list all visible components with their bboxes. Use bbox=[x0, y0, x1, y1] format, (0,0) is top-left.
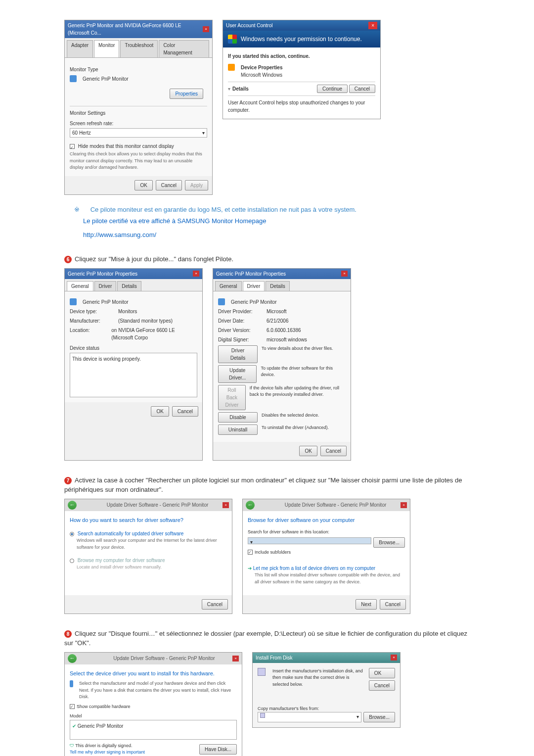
manuf-label: Manufacturer: bbox=[70, 317, 114, 325]
refresh-label: Screen refresh rate: bbox=[70, 120, 207, 127]
search-auto-title[interactable]: Search automatically for updated driver … bbox=[78, 531, 184, 536]
prov-value: Microsoft bbox=[267, 308, 287, 315]
loc-value: on NVIDIA GeForce 6600 LE (Microsoft Cor… bbox=[111, 327, 197, 341]
ok-button[interactable]: OK bbox=[134, 180, 152, 190]
cancel-button[interactable]: Cancel bbox=[320, 446, 347, 456]
back-icon[interactable]: ← bbox=[246, 501, 255, 510]
close-icon[interactable]: × bbox=[193, 271, 199, 277]
details-expander[interactable]: ▾ Details bbox=[228, 85, 249, 93]
tab-details[interactable]: Details bbox=[266, 281, 290, 291]
close-icon[interactable]: × bbox=[232, 656, 239, 662]
close-icon[interactable]: × bbox=[341, 271, 348, 277]
devtype-value: Monitors bbox=[118, 308, 137, 315]
browse-button[interactable]: Browse... bbox=[363, 712, 395, 722]
sign-value: microsoft windows bbox=[267, 336, 307, 343]
hide-modes-checkbox[interactable] bbox=[70, 144, 75, 149]
close-icon[interactable]: × bbox=[391, 655, 397, 661]
close-icon[interactable]: × bbox=[203, 26, 209, 32]
cancel-button[interactable]: Cancel bbox=[156, 180, 182, 190]
search-auto-radio[interactable] bbox=[70, 532, 74, 536]
cancel-button[interactable]: Cancel bbox=[202, 599, 228, 610]
cancel-button[interactable]: Cancel bbox=[380, 599, 406, 610]
dialog-title: Generic PnP Monitor Properties bbox=[216, 270, 286, 278]
model-list[interactable]: ✔ Generic PnP Monitor bbox=[70, 720, 237, 740]
back-icon[interactable]: ← bbox=[68, 654, 77, 663]
chevron-down-icon: ▾ bbox=[356, 713, 359, 721]
cancel-button[interactable]: Cancel bbox=[369, 680, 395, 691]
tab-general[interactable]: General bbox=[215, 281, 242, 291]
wizard-browse-dialog: ← Update Driver Software - Generic PnP M… bbox=[242, 499, 410, 614]
monitor-icon bbox=[70, 680, 73, 687]
tab-monitor[interactable]: Monitor bbox=[94, 40, 119, 57]
tab-adapter[interactable]: Adapter bbox=[67, 40, 93, 57]
pick-list-title[interactable]: Let me pick from a list of device driver… bbox=[253, 566, 375, 571]
ok-button[interactable]: OK bbox=[369, 668, 395, 678]
back-icon[interactable]: ← bbox=[68, 501, 77, 510]
device-name: Generic PnP Monitor bbox=[231, 298, 277, 306]
uac-dialog: User Account Control × Windows needs you… bbox=[222, 20, 381, 119]
install-from-disk-dialog: Install From Disk× Insert the manufactur… bbox=[252, 652, 400, 728]
ver-label: Driver Version: bbox=[218, 327, 263, 334]
close-icon[interactable]: × bbox=[400, 502, 407, 508]
tab-strip: Adapter Monitor Troubleshoot Color Manag… bbox=[65, 38, 212, 58]
browse-title[interactable]: Browse my computer for driver software bbox=[78, 558, 165, 563]
why-signing-link[interactable]: Tell me why driver signing is important bbox=[70, 749, 145, 756]
disable-button[interactable]: Disable bbox=[218, 412, 258, 423]
continue-button[interactable]: Continue bbox=[317, 85, 348, 93]
ok-button[interactable]: OK bbox=[151, 406, 169, 417]
step-6-text: Cliquez sur "Mise à jour du pilote..." d… bbox=[75, 255, 233, 263]
cancel-button[interactable]: Cancel bbox=[349, 85, 375, 93]
shield-icon bbox=[228, 35, 237, 44]
ms-windows-label: Microsoft Windows bbox=[241, 71, 283, 79]
include-sub-checkbox[interactable] bbox=[248, 550, 253, 555]
uac-header: Windows needs your permission to contion… bbox=[223, 31, 380, 47]
monitor-icon bbox=[70, 75, 77, 82]
wizard-crumb: Update Driver Software - Generic PnP Mon… bbox=[285, 501, 386, 509]
ver-value: 6.0.6000.16386 bbox=[267, 327, 301, 334]
cancel-button[interactable]: Cancel bbox=[172, 406, 198, 417]
tab-details[interactable]: Details bbox=[117, 281, 141, 291]
model-header: Model bbox=[70, 713, 237, 720]
uac-headline: Windows needs your permission to contion… bbox=[241, 35, 362, 44]
driver-details-desc: To view details about the driver files. bbox=[262, 345, 333, 363]
refresh-select[interactable]: 60 Hertz ▾ bbox=[70, 128, 207, 138]
ok-button[interactable]: OK bbox=[299, 446, 317, 456]
hide-modes-label: Hide modes that this monitor cannot disp… bbox=[78, 143, 174, 149]
path-input[interactable]: ▾ bbox=[248, 537, 371, 544]
bullet-8: 8 bbox=[64, 630, 72, 638]
props-general-dialog: Generic PnP Monitor Properties× General … bbox=[64, 268, 203, 461]
apply-button: Apply bbox=[185, 180, 208, 190]
list-item[interactable]: Generic PnP Monitor bbox=[78, 723, 124, 729]
copy-path-input[interactable]: ▾ bbox=[258, 712, 361, 722]
tab-driver[interactable]: Driver bbox=[94, 281, 117, 291]
driver-details-button[interactable]: Driver Details bbox=[218, 345, 258, 363]
monitor-settings-label: Monitor Settings bbox=[70, 109, 207, 117]
uninstall-button[interactable]: Uninstall bbox=[218, 425, 258, 435]
pick-list-desc: This list will show installed driver sof… bbox=[255, 572, 405, 585]
arrow-icon: ➔ bbox=[248, 566, 252, 571]
rollback-desc: If the device fails after updating the d… bbox=[250, 385, 346, 410]
status-box: This device is working properly. bbox=[70, 353, 197, 397]
tab-troubleshoot[interactable]: Troubleshoot bbox=[120, 40, 158, 57]
status-label: Device status bbox=[70, 344, 197, 352]
properties-button[interactable]: Properties bbox=[170, 89, 203, 99]
browse-button[interactable]: Browse... bbox=[373, 537, 405, 548]
update-driver-button[interactable]: Update Driver... bbox=[218, 365, 257, 383]
uninstall-desc: To uninstall the driver (Advanced). bbox=[262, 425, 329, 435]
date-label: Driver Date: bbox=[218, 317, 263, 325]
tab-driver[interactable]: Driver bbox=[243, 281, 265, 291]
samsung-link[interactable]: http://www.samsung.com/ bbox=[83, 230, 470, 240]
wizard-crumb: Update Driver Software - Generic PnP Mon… bbox=[107, 501, 208, 509]
close-icon[interactable]: × bbox=[222, 502, 229, 508]
have-disk-button[interactable]: Have Disk... bbox=[199, 744, 237, 755]
next-button[interactable]: Next bbox=[356, 599, 377, 610]
chevron-down-icon: ▾ bbox=[228, 85, 230, 93]
close-icon[interactable]: × bbox=[368, 22, 377, 29]
props-driver-dialog: Generic PnP Monitor Properties× General … bbox=[213, 268, 351, 461]
show-compat-checkbox[interactable] bbox=[70, 704, 75, 709]
uac-title: User Account Control bbox=[226, 22, 273, 29]
tab-color-mgmt[interactable]: Color Management bbox=[159, 40, 209, 57]
monitor-properties-dialog: Generic PnP Monitor and NVIDIA GeForce 6… bbox=[64, 20, 213, 195]
browse-radio[interactable] bbox=[70, 559, 74, 563]
tab-general[interactable]: General bbox=[67, 281, 93, 291]
